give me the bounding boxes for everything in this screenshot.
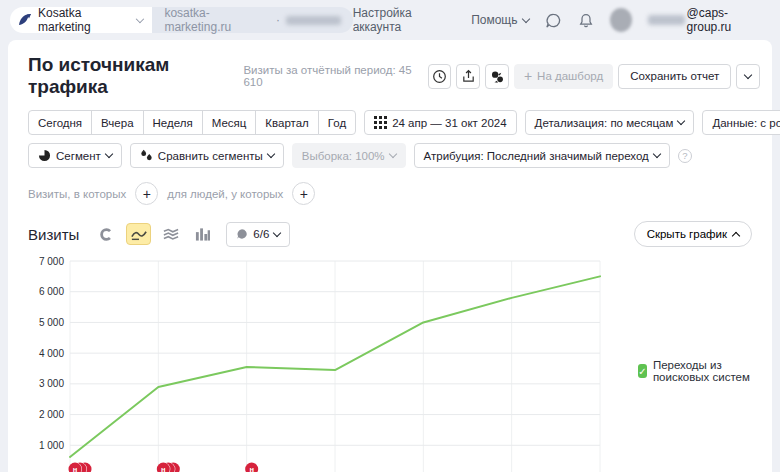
sampling-select[interactable]: Выборка: 100% — [292, 143, 406, 168]
question-icon[interactable]: ? — [678, 149, 692, 163]
svg-text:7 000: 7 000 — [39, 256, 64, 267]
segment-controls-row: Сегмент Сравнить сегменты Выборка: 100% … — [28, 143, 760, 168]
visits-line-chart[interactable]: Апр 24Май 24Июн 24Июл 24Авг 24Сен 24Окт … — [20, 249, 620, 472]
date-range-label: 24 апр — 31 окт 2024 — [392, 117, 506, 129]
legend-item[interactable]: ✓ Переходы из поисковых систем — [638, 359, 760, 383]
history-button[interactable] — [428, 64, 452, 89]
compare-segments-icon — [140, 149, 153, 162]
chart-header: Визиты 6/6 Скрыть график — [28, 221, 760, 247]
avatar[interactable] — [610, 8, 632, 32]
chevron-down-icon — [653, 150, 661, 158]
help-label: Помощь — [471, 13, 517, 27]
save-report-label: Сохранить отчет — [630, 70, 719, 82]
redacted-counter-id — [286, 16, 341, 25]
visits-summary-label: Визиты за отчётный период: — [243, 64, 395, 76]
counter-domain: kosatka-marketing.ru — [164, 6, 270, 34]
goals-selector[interactable]: 6/6 — [226, 222, 290, 247]
page-title: По источникам трафика — [20, 54, 243, 98]
hide-chart-button[interactable]: Скрыть график — [634, 221, 752, 247]
people-filter-label: для людей, у которых — [167, 188, 283, 200]
segment-label: Сегмент — [56, 150, 101, 162]
counter-selector[interactable]: Kosatka marketing — [10, 7, 152, 33]
chevron-down-icon — [105, 150, 113, 158]
visits-filter-label: Визиты, в которых — [28, 188, 126, 200]
attribution-label: Атрибуция: Последний значимый переход — [424, 150, 649, 162]
svg-text:2 000: 2 000 — [39, 409, 64, 420]
help-menu[interactable]: Помощь — [471, 13, 528, 27]
compare-segments-label: Сравнить сегменты — [158, 150, 263, 162]
chart-type-line-button[interactable] — [126, 223, 151, 245]
counter-domain-pill: kosatka-marketing.ru · — [152, 7, 352, 33]
calendar-grid-icon — [374, 116, 387, 129]
redacted-email-user — [648, 15, 685, 25]
account-settings-link[interactable]: Настройка аккаунта — [353, 6, 456, 34]
export-icon — [461, 69, 476, 84]
check-icon: ✓ — [638, 366, 646, 377]
save-report-button[interactable]: Сохранить отчет — [618, 64, 731, 89]
chevron-down-icon — [273, 228, 281, 236]
detalization-select[interactable]: Детализация: по месяцам — [525, 110, 695, 135]
svg-text:1 000: 1 000 — [39, 440, 64, 451]
preset-quarter[interactable]: Квартал — [255, 110, 318, 135]
svg-text:3 000: 3 000 — [39, 378, 64, 389]
chevron-up-icon — [732, 231, 740, 239]
legend-label: Переходы из поисковых систем — [653, 359, 760, 383]
svg-text:н: н — [73, 465, 78, 472]
legend-checkbox[interactable]: ✓ — [638, 364, 647, 378]
chevron-down-icon — [677, 117, 685, 125]
detalization-label: Детализация: по месяцам — [535, 117, 674, 129]
chat-icon[interactable] — [545, 12, 562, 29]
data-mode-label: Данные: с роботами — [712, 117, 780, 129]
preset-month[interactable]: Месяц — [202, 110, 257, 135]
to-dashboard-button[interactable]: + На дашборд — [514, 64, 613, 89]
ducks-button[interactable] — [485, 64, 509, 89]
visits-summary: Визиты за отчётный период: 45 610 — [243, 64, 416, 88]
ducks-icon — [490, 69, 505, 84]
preset-yesterday[interactable]: Вчера — [91, 110, 143, 135]
svg-text:4 000: 4 000 — [39, 348, 64, 359]
preset-week[interactable]: Неделя — [143, 110, 203, 135]
segment-pie-icon — [38, 149, 51, 162]
separator-dot: · — [276, 13, 280, 27]
chart-type-pie-button[interactable] — [94, 223, 119, 245]
chevron-down-icon — [135, 14, 143, 22]
hide-chart-label: Скрыть график — [647, 228, 727, 240]
chevron-down-icon — [521, 14, 529, 22]
attribution-select[interactable]: Атрибуция: Последний значимый переход — [414, 143, 670, 168]
data-mode-select[interactable]: Данные: с роботами — [702, 110, 780, 135]
donut-chart-icon — [99, 227, 114, 242]
sampling-label: Выборка: 100% — [302, 150, 385, 162]
filter-builder-row: Визиты, в которых + для людей, у которых… — [28, 182, 760, 205]
preset-year[interactable]: Год — [318, 110, 356, 135]
to-dashboard-label: На дашборд — [537, 70, 603, 82]
kosatka-logo-icon — [18, 13, 32, 27]
chart-type-bar-button[interactable] — [190, 223, 215, 245]
chevron-down-icon — [388, 150, 396, 158]
chart-area: Апр 24Май 24Июн 24Июл 24Авг 24Сен 24Окт … — [20, 249, 760, 472]
period-presets: Сегодня Вчера Неделя Месяц Квартал Год — [28, 110, 356, 135]
save-report-menu-button[interactable] — [736, 64, 760, 89]
add-people-filter-button[interactable]: + — [292, 182, 315, 205]
counter-name: Kosatka marketing — [38, 6, 131, 34]
chevron-down-icon — [267, 150, 275, 158]
report-card: По источникам трафика Визиты за отчётный… — [8, 40, 772, 472]
preset-today[interactable]: Сегодня — [28, 110, 92, 135]
compare-segments-button[interactable]: Сравнить сегменты — [130, 143, 284, 168]
notifications-bell-icon[interactable] — [578, 12, 594, 29]
stacked-area-icon — [163, 227, 179, 241]
add-visits-filter-button[interactable]: + — [135, 182, 158, 205]
svg-text:5 000: 5 000 — [39, 317, 64, 328]
topbar: Kosatka marketing kosatka-marketing.ru ·… — [0, 0, 780, 40]
user-email[interactable]: @caps-group.ru — [648, 6, 766, 34]
email-domain: @caps-group.ru — [687, 6, 766, 34]
chart-type-area-button[interactable] — [158, 223, 183, 245]
svg-text:н: н — [249, 465, 254, 472]
export-button[interactable] — [456, 64, 480, 89]
svg-text:6 000: 6 000 — [39, 286, 64, 297]
date-range-picker[interactable]: 24 апр — 31 окт 2024 — [364, 110, 516, 135]
period-controls-row: Сегодня Вчера Неделя Месяц Квартал Год 2… — [28, 110, 760, 135]
bar-chart-icon — [195, 227, 210, 241]
segment-button[interactable]: Сегмент — [28, 143, 122, 168]
svg-text:н: н — [161, 465, 166, 472]
chart-metric-title: Визиты — [28, 226, 79, 243]
